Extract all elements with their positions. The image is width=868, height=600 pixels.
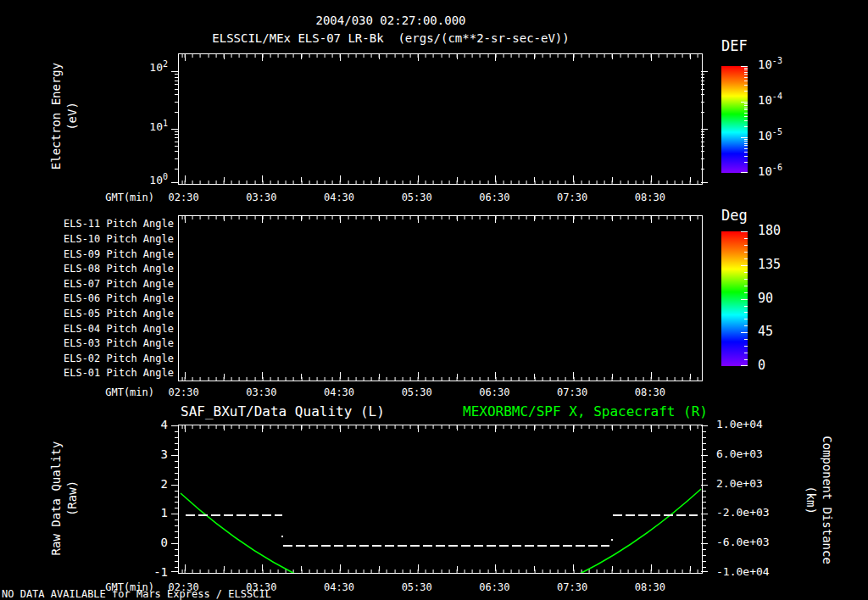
x-tick-label: 08:30	[635, 192, 665, 203]
tick-mark	[340, 216, 341, 223]
x-tick-label: 03:30	[246, 386, 276, 398]
tick-mark	[175, 142, 178, 142]
tick-mark	[701, 89, 704, 90]
y-tick-label-right: -1.0e+04	[716, 566, 793, 578]
x-tick-label: 04:30	[324, 386, 354, 398]
y-tick-label: 101	[0, 120, 168, 134]
tick-mark	[744, 148, 748, 149]
y-tick-label-left: 3	[0, 448, 168, 460]
tick-mark	[612, 177, 613, 182]
tick-mark	[175, 134, 178, 135]
tick-mark	[175, 94, 178, 95]
tick-mark	[744, 120, 748, 121]
tick-mark	[744, 238, 748, 239]
tick-mark	[379, 425, 380, 431]
tick-mark	[262, 54, 263, 61]
colorbar-tick-label: 135	[758, 258, 809, 270]
tick-mark	[744, 72, 748, 73]
tick-comb	[179, 181, 702, 184]
tick-mark	[744, 109, 748, 110]
tick-mark	[701, 137, 704, 138]
tick-mark	[744, 272, 748, 273]
tick-mark	[262, 425, 263, 432]
tick-mark	[301, 425, 302, 431]
tick-mark	[495, 54, 496, 61]
tick-mark	[418, 372, 419, 379]
tick-mark	[175, 146, 178, 147]
tick-mark	[612, 54, 613, 59]
tick-mark	[744, 258, 748, 259]
colorbar-tick-label: 45	[758, 325, 809, 337]
tick-mark	[418, 54, 419, 61]
pitch-row-label: ELS-06 Pitch Angle	[0, 292, 174, 304]
tick-mark	[744, 265, 748, 266]
tick-mark	[612, 425, 613, 431]
tick-mark	[701, 146, 704, 147]
tick-mark	[171, 129, 178, 130]
tick-mark	[457, 425, 458, 431]
x-tick-label: 06:30	[479, 386, 509, 398]
y-tick-label: 100	[0, 174, 168, 187]
tick-mark	[744, 353, 748, 353]
tick-mark	[744, 108, 748, 108]
tick-mark	[612, 566, 613, 571]
tick-mark	[262, 372, 263, 379]
tick-mark	[701, 74, 704, 75]
tick-mark	[744, 339, 748, 340]
tick-mark	[340, 372, 341, 379]
tick-mark	[741, 102, 748, 103]
tick-comb	[175, 425, 178, 573]
tick-mark	[690, 177, 691, 182]
tick-mark	[379, 374, 380, 379]
tick-mark	[301, 374, 302, 379]
tick-mark	[701, 151, 704, 152]
colorbar-def-title: DEF	[721, 38, 748, 53]
tick-mark	[701, 77, 704, 78]
x-tick-label: 07:30	[557, 192, 587, 203]
tick-mark	[744, 162, 748, 163]
x-tick-label: 05:30	[402, 192, 432, 203]
tick-mark	[701, 485, 708, 486]
tick-mark	[701, 543, 708, 544]
energy-spectrogram-panel	[178, 53, 703, 185]
tick-mark	[744, 152, 748, 153]
tick-mark	[262, 564, 263, 571]
quality-transition-dot	[611, 539, 613, 541]
tick-mark	[379, 177, 380, 182]
tick-mark	[701, 169, 704, 169]
colorbar-def	[721, 66, 748, 173]
tick-mark	[612, 374, 613, 379]
y-tick-label-left: 4	[0, 419, 168, 431]
tick-mark	[175, 137, 178, 138]
tick-mark	[175, 151, 178, 152]
tick-mark	[301, 216, 302, 221]
plot-page: 2004/030 02:27:00.000 ELSSCIL/MEx ELS-07…	[0, 0, 868, 600]
tick-mark	[185, 216, 186, 223]
tick-mark	[744, 306, 748, 307]
y-tick-label-right: -2.0e+03	[716, 507, 793, 519]
tick-mark	[224, 425, 225, 431]
tick-mark	[418, 564, 419, 571]
tick-mark	[651, 425, 652, 432]
x-tick-label: 04:30	[324, 581, 354, 593]
tick-mark	[262, 216, 263, 223]
tick-mark	[744, 252, 748, 253]
tick-mark	[185, 372, 186, 379]
tick-mark	[744, 332, 748, 333]
tick-mark	[457, 566, 458, 571]
tick-mark	[744, 156, 748, 157]
tick-mark	[175, 81, 178, 81]
tick-mark	[224, 216, 225, 221]
tick-mark	[175, 169, 178, 169]
tick-mark	[418, 425, 419, 432]
tick-mark	[744, 359, 748, 360]
x-tick-label: 05:30	[402, 386, 432, 398]
tick-mark	[262, 175, 263, 182]
colorbar-deg	[721, 231, 748, 366]
pitch-row-label: ELS-05 Pitch Angle	[0, 308, 174, 319]
y-tick-label-right: -6.0e+03	[716, 536, 793, 548]
tick-mark	[573, 372, 574, 379]
tick-mark	[744, 312, 748, 313]
tick-mark	[573, 425, 574, 432]
x-tick-label: 07:30	[557, 581, 587, 593]
